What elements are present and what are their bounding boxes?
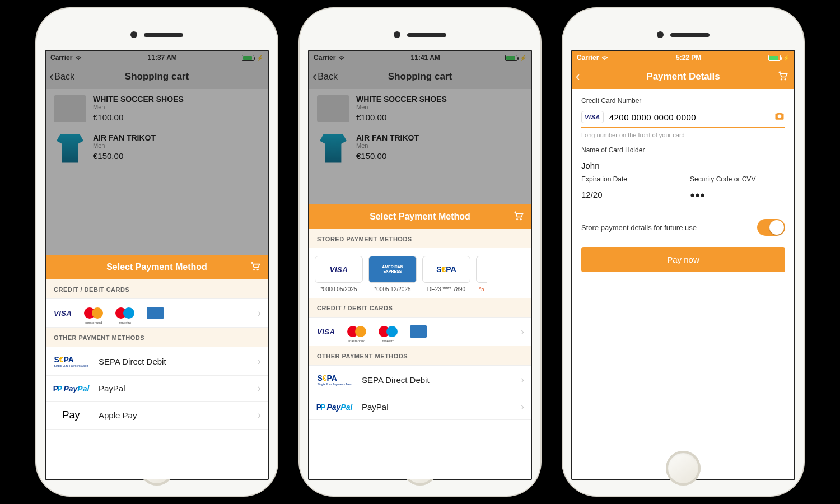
back-button[interactable]: ‹ — [576, 71, 580, 83]
payment-method-sheet: Select Payment Method CREDIT / DEBIT CAR… — [46, 255, 268, 479]
visa-icon: VISA — [317, 325, 335, 338]
visa-icon: VISA — [54, 307, 72, 319]
stored-card-visa[interactable]: VISA *0000 05/2025 — [315, 256, 363, 292]
svg-point-4 — [781, 78, 782, 80]
payment-method-paypal[interactable]: PPPayPal PayPal › — [309, 394, 531, 420]
payment-method-paypal[interactable]: PPPayPal PayPal › — [46, 376, 268, 402]
amex-icon — [410, 325, 427, 338]
screen: Carrier 5:22 PM ⚡ ‹ Payment Details Cred… — [571, 50, 795, 480]
phone-mockup-1: Carrier 11:37 AM ⚡ ‹Back Shopping cart W… — [36, 8, 277, 496]
chevron-right-icon: › — [258, 307, 261, 319]
store-details-toggle[interactable] — [757, 219, 785, 236]
payment-method-sheet: Select Payment Method STORED PAYMENT MET… — [309, 204, 531, 479]
stored-card-amex[interactable]: AMERICANEXPRESS *0005 12/2025 — [368, 256, 417, 292]
section-header-other: OTHER PAYMENT METHODS — [46, 328, 268, 347]
stored-caption: *0000 05/2025 — [320, 286, 357, 292]
svg-point-1 — [257, 269, 259, 270]
svg-point-0 — [253, 269, 255, 270]
home-button[interactable] — [666, 451, 701, 486]
chevron-right-icon: › — [258, 409, 261, 421]
stored-card-sepa[interactable]: S€PA DE23 **** 7890 — [422, 256, 470, 292]
method-label: Apple Pay — [99, 410, 137, 420]
svg-point-2 — [516, 218, 518, 220]
mastercard-icon: mastercard — [347, 325, 366, 338]
section-header-stored: STORED PAYMENT METHODS — [309, 229, 531, 248]
stored-card-overflow[interactable]: *5 — [476, 256, 487, 292]
cart-icon[interactable] — [513, 210, 524, 223]
text-cursor — [768, 112, 768, 122]
expiration-label: Expiration Date — [581, 175, 676, 183]
cc-hint: Long number on the front of your card — [581, 132, 785, 138]
payment-method-sepa[interactable]: S€PASingle Euro Payments Area SEPA Direc… — [46, 347, 268, 376]
stored-caption: *0005 12/2025 — [374, 286, 410, 292]
cc-number-value: 4200 0000 0000 0000 — [609, 113, 761, 122]
cardholder-input[interactable]: John — [581, 157, 785, 175]
maestro-icon: maestro — [379, 325, 398, 338]
svg-point-5 — [785, 78, 786, 80]
paypal-icon: PPPayPal — [53, 384, 90, 393]
cart-icon[interactable] — [777, 70, 788, 83]
sheet-title: Select Payment Method — [370, 212, 470, 222]
phone-mockup-3: Carrier 5:22 PM ⚡ ‹ Payment Details Cred… — [563, 8, 804, 496]
store-details-label: Store payment details for future use — [581, 223, 697, 232]
cardholder-label: Name of Card Holder — [581, 146, 785, 154]
method-label: SEPA Direct Debit — [362, 375, 430, 385]
camera-icon[interactable] — [774, 110, 785, 124]
page-title: Payment Details — [646, 71, 720, 82]
stored-methods-row[interactable]: VISA *0000 05/2025 AMERICANEXPRESS *0005… — [309, 248, 531, 298]
cvv-input[interactable]: ●●● — [690, 186, 785, 204]
screen: Carrier 11:41 AM ⚡ ‹Back Shopping cart W… — [308, 50, 532, 480]
visa-icon: VISA — [330, 263, 348, 276]
sheet-header: Select Payment Method — [46, 255, 268, 279]
section-header-cards: CREDIT / DEBIT CARDS — [46, 279, 268, 298]
chevron-left-icon: ‹ — [576, 71, 580, 83]
amex-icon: AMERICANEXPRESS — [382, 265, 403, 274]
sepa-icon: S€PASingle Euro Payments Area — [54, 355, 88, 367]
clock-label: 5:22 PM — [676, 54, 701, 62]
cvv-label: Security Code or CVV — [690, 175, 785, 183]
mastercard-icon: mastercard — [84, 307, 103, 319]
svg-point-3 — [520, 218, 522, 220]
method-label: SEPA Direct Debit — [99, 357, 166, 366]
sepa-icon: S€PASingle Euro Payments Area — [317, 374, 351, 386]
apple-pay-icon: Pay — [62, 409, 80, 421]
charging-icon: ⚡ — [783, 55, 790, 61]
payment-details-form: Credit Card Number VISA 4200 0000 0000 0… — [572, 89, 794, 479]
chevron-right-icon: › — [258, 382, 261, 394]
nav-bar: ‹ Payment Details — [572, 64, 794, 89]
stored-caption: DE23 **** 7890 — [427, 286, 465, 292]
method-label: PayPal — [99, 384, 125, 393]
wifi-icon — [601, 54, 609, 62]
visa-icon: VISA — [581, 111, 604, 123]
maestro-icon: maestro — [115, 307, 134, 319]
paypal-icon: PPPayPal — [316, 403, 353, 412]
chevron-right-icon: › — [258, 356, 261, 367]
expiration-input[interactable]: 12/20 — [581, 186, 676, 204]
sepa-icon: S€PA — [436, 265, 456, 274]
section-header-other: OTHER PAYMENT METHODS — [309, 346, 531, 365]
payment-method-sepa[interactable]: S€PASingle Euro Payments Area SEPA Direc… — [309, 365, 531, 394]
carrier-label: Carrier — [577, 54, 599, 62]
status-bar: Carrier 5:22 PM ⚡ — [572, 51, 794, 64]
section-header-cards: CREDIT / DEBIT CARDS — [309, 298, 531, 317]
credit-debit-cards-row[interactable]: VISA mastercard maestro › — [309, 317, 531, 346]
chevron-right-icon: › — [521, 401, 524, 413]
chevron-right-icon: › — [521, 326, 524, 338]
amex-icon — [147, 307, 164, 319]
payment-method-applepay[interactable]: Pay Apple Pay › — [46, 402, 268, 430]
chevron-right-icon: › — [521, 374, 524, 386]
sheet-title: Select Payment Method — [106, 262, 207, 272]
cc-number-input[interactable]: VISA 4200 0000 0000 0000 — [581, 108, 785, 128]
cart-icon[interactable] — [250, 260, 261, 274]
credit-debit-cards-row[interactable]: VISA mastercard maestro › — [46, 298, 268, 328]
battery-icon — [768, 55, 781, 61]
screen: Carrier 11:37 AM ⚡ ‹Back Shopping cart W… — [45, 50, 269, 480]
pay-now-button[interactable]: Pay now — [581, 247, 785, 272]
stored-caption: *5 — [479, 286, 484, 292]
method-label: PayPal — [362, 402, 389, 412]
phone-mockup-2: Carrier 11:41 AM ⚡ ‹Back Shopping cart W… — [300, 8, 540, 496]
sheet-header: Select Payment Method — [309, 204, 531, 229]
cc-number-label: Credit Card Number — [581, 97, 785, 105]
